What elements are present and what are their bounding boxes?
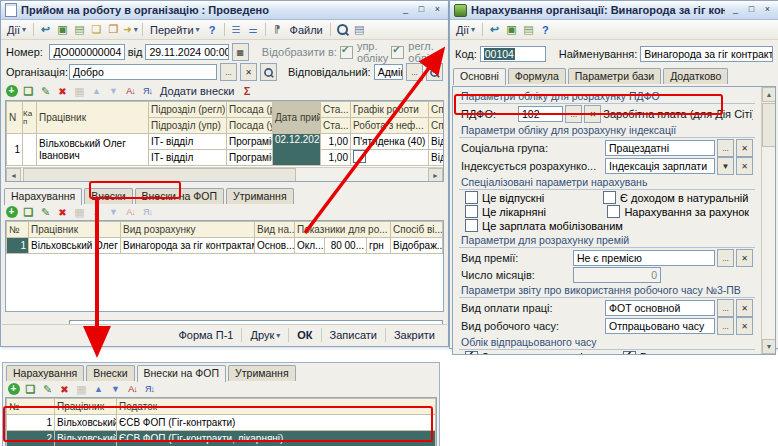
tab-formula[interactable]: Формула (508, 68, 566, 84)
scroll-right-icon[interactable]: ► (428, 168, 443, 182)
help-icon[interactable] (205, 23, 220, 37)
cell-n[interactable]: 1 (7, 415, 55, 431)
cell-employee[interactable]: Вільховський ... (55, 431, 117, 446)
choose-button[interactable]: ... (220, 63, 237, 81)
minimize-icon[interactable]: _ (399, 4, 412, 16)
cell-rate1[interactable]: 1,00 (321, 134, 351, 150)
new-icon[interactable] (521, 23, 536, 37)
fss-checkbox[interactable]: Нарахування за рахунок ФСС (607, 205, 749, 218)
add-copy-icon[interactable] (21, 84, 36, 98)
scroll-up-icon[interactable]: ▲ (762, 87, 776, 102)
choose-button[interactable]: ... (717, 317, 734, 335)
sort-asc-icon[interactable] (123, 84, 138, 98)
goto-menu-button[interactable]: Перейти (147, 23, 203, 37)
move-down-icon[interactable] (106, 205, 121, 219)
cell-schedule[interactable]: П'ятиденка (40) (351, 134, 429, 150)
scroll-down-icon[interactable]: ▼ (762, 339, 776, 354)
form-p1-button[interactable]: Форма П-1 (170, 328, 241, 342)
accruals-table[interactable]: № Працівник Вид розрахунку Вид на... Пок… (5, 220, 444, 312)
calendar-days-checkbox[interactable]: Враховувати календарні (623, 351, 749, 356)
cell-n[interactable]: 2 (7, 431, 55, 446)
calendar-icon[interactable]: ▦ (232, 43, 249, 61)
actions-menu-button[interactable]: Дії (4, 23, 29, 37)
cell-employee[interactable]: Вільховський ... (55, 415, 117, 431)
cell-amount[interactable]: 80 00... (325, 238, 367, 254)
maximize-icon[interactable]: □ (745, 4, 758, 16)
tab-base-params[interactable]: Параметри бази (568, 68, 661, 84)
tab-contributions[interactable]: Внески (86, 365, 134, 381)
move-down-icon[interactable] (106, 84, 121, 98)
cell-n[interactable]: 1 (7, 134, 23, 166)
sort-desc-icon[interactable] (142, 382, 157, 396)
edit-row-icon[interactable] (40, 382, 55, 396)
delete-row-icon[interactable] (57, 382, 72, 396)
ok-button[interactable]: ОК (288, 328, 320, 342)
social-group-input[interactable]: Працездатні (605, 140, 715, 156)
delete-row-icon[interactable] (55, 84, 70, 98)
worktime-kind-input[interactable]: Отпрацьовано часу (605, 318, 715, 334)
tab-accruals[interactable]: Нарахування (4, 188, 82, 205)
counted-time-checkbox[interactable]: Зараховується як відпрац. час (465, 351, 623, 356)
delete-row-icon[interactable] (55, 205, 70, 219)
choose-button[interactable]: ... (717, 299, 734, 317)
sick-checkbox[interactable]: Це лікарняні (465, 205, 607, 218)
save-icon[interactable] (74, 382, 89, 396)
cell-display2[interactable]: Відображ... (443, 238, 444, 254)
clear-button[interactable]: ✕ (736, 299, 753, 317)
sort-asc-icon[interactable] (123, 205, 138, 219)
clear-button[interactable]: ✕ (736, 139, 753, 157)
open-button[interactable] (426, 63, 443, 81)
reread-icon[interactable] (38, 23, 53, 37)
choose-button[interactable]: ... (717, 139, 734, 157)
dropdown-icon[interactable]: ▼ (717, 157, 734, 175)
cell-kind[interactable]: Основ... (255, 238, 295, 254)
minimize-icon[interactable]: _ (729, 4, 742, 16)
cell-nonstandard-work[interactable] (351, 150, 429, 166)
clear-button[interactable]: ✕ (736, 249, 753, 267)
number-input[interactable]: ДО000000004 (49, 44, 124, 60)
write-button[interactable]: Записати (321, 328, 385, 342)
right-titlebar[interactable]: Нарахування організації: Винагорода за г… (450, 1, 778, 20)
go-icon[interactable] (123, 23, 138, 37)
maximize-icon[interactable]: □ (415, 4, 428, 16)
left-titlebar[interactable]: Прийом на роботу в організацію : Проведе… (1, 1, 448, 20)
paperclip-icon[interactable] (270, 23, 285, 37)
tab-additional[interactable]: Додатково (663, 68, 728, 84)
cell-calc-type[interactable]: Винагорода за гіг контрактами... (121, 238, 255, 254)
clear-button[interactable]: ✕ (736, 157, 753, 175)
cell-tax[interactable]: ЄСВ ФОП (Гіг-контракти, лікарняні) (117, 431, 436, 446)
pay-kind-input[interactable]: ФОТ основной (605, 300, 715, 316)
add-row-icon[interactable] (6, 382, 21, 396)
new-document-icon[interactable] (72, 23, 87, 37)
cell-hire-date[interactable]: 02.12.2024 (273, 134, 321, 166)
employees-table[interactable]: N Кап Працівник Підрозділ (регл) Посада … (5, 100, 444, 182)
move-up-icon[interactable] (89, 84, 104, 98)
tab-accruals[interactable]: Нарахування (6, 365, 84, 381)
clear-button[interactable]: ✕ (584, 105, 601, 123)
copy-structure-icon[interactable] (106, 23, 121, 37)
close-icon[interactable]: × (761, 4, 774, 16)
files-button[interactable]: Файли (287, 23, 326, 37)
add-row-icon[interactable] (4, 84, 19, 98)
cell-display1[interactable]: Відображ... (391, 238, 443, 254)
name-input[interactable]: Винагорода за гіг контрактами за місяць (640, 46, 773, 62)
save-icon[interactable] (72, 205, 87, 219)
cell-indicator[interactable]: Окл... (295, 238, 325, 254)
choose-button[interactable]: ... (565, 105, 582, 123)
print-button[interactable]: Друк (241, 328, 288, 342)
list-settings-icon[interactable] (229, 23, 244, 37)
cell-display1[interactable]: Відображен (429, 134, 445, 150)
vertical-scrollbar[interactable]: ▲ ▼ (761, 87, 775, 354)
cell-dept-mgmt[interactable]: ІТ- відділ (149, 150, 227, 166)
help-icon[interactable] (538, 23, 553, 37)
natural-income-checkbox[interactable]: Є доходом в натуральній формі (603, 191, 749, 204)
tab-main[interactable]: Основні (453, 68, 506, 85)
cell-rate2[interactable]: 1,00 (321, 150, 351, 166)
structure-icon[interactable] (246, 23, 261, 37)
cell-pos-reg[interactable]: Програміс... (227, 134, 273, 150)
report-icon[interactable] (352, 23, 367, 37)
sort-desc-icon[interactable] (140, 84, 155, 98)
table-row[interactable]: 2 Вільховський ... ЄСВ ФОП (Гіг-контракт… (7, 431, 436, 446)
date-input[interactable]: 29.11.2024 00:00:00 (145, 44, 228, 60)
responsible-input[interactable]: Адміненко Віктор Сергійович (374, 64, 403, 80)
